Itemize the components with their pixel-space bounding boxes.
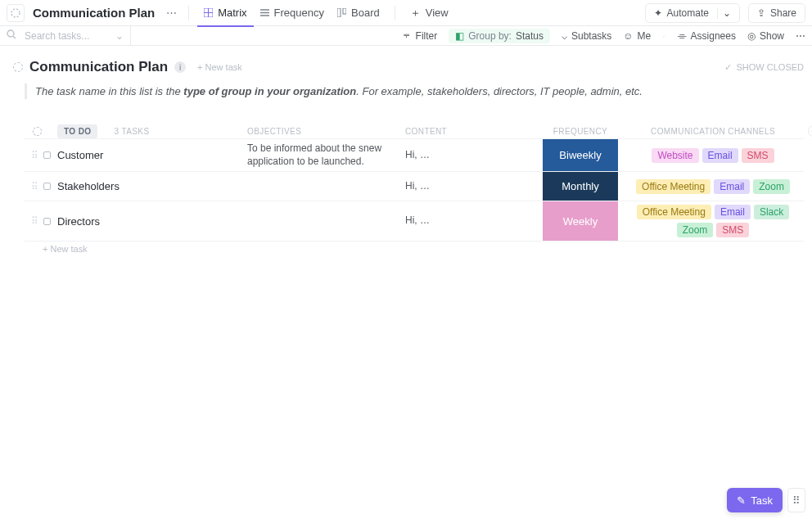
group-collapse-icon[interactable] (33, 127, 42, 136)
status-chip[interactable]: TO DO (57, 124, 97, 138)
status-checkbox[interactable] (43, 183, 51, 190)
share-button[interactable]: ⇪ Share (748, 3, 805, 23)
view-tab-label: Frequency (274, 7, 324, 19)
sparkle-icon: ✦ (654, 7, 662, 19)
channels-cell[interactable]: Office MeetingEmailZoom (618, 172, 808, 201)
plus-icon: ＋ (410, 6, 421, 20)
view-tab-matrix[interactable]: Matrix (197, 0, 253, 26)
desc-pre: The task name in this list is the (35, 85, 183, 97)
collapse-toggle-icon[interactable] (13, 62, 23, 72)
show-button[interactable]: ◎ Show (747, 30, 784, 42)
create-task-fab[interactable]: ✎ Task (727, 488, 783, 512)
new-task-row[interactable]: + New task (13, 241, 804, 256)
column-header-content[interactable]: CONTENT (405, 127, 543, 136)
separator (395, 6, 395, 20)
automate-button[interactable]: ✦ Automate ⌄ (645, 3, 740, 23)
subtasks-label: Subtasks (571, 30, 611, 42)
drag-handle-icon[interactable]: ⠿ (31, 181, 38, 192)
column-header-channels[interactable]: COMMUNICATION CHANNELS (618, 127, 808, 136)
filter-label: Filter (416, 30, 438, 42)
channel-tag[interactable]: Zoom (753, 179, 790, 194)
view-tab-frequency[interactable]: Frequency (254, 0, 331, 26)
view-icon (337, 8, 346, 17)
channel-tag[interactable]: Slack (754, 205, 789, 219)
grid-icon: ⠿ (792, 494, 801, 507)
channel-tag[interactable]: Email (714, 179, 750, 194)
show-label: Show (760, 30, 784, 42)
new-task-link[interactable]: + New task (197, 62, 242, 72)
group-by-label: Group by: (468, 30, 512, 42)
group-icon: ◧ (455, 30, 464, 42)
desc-bold: type of group in your organization (183, 85, 356, 97)
view-icon (204, 8, 213, 17)
content-cell[interactable]: Hi , … (405, 139, 543, 171)
frequency-cell[interactable]: Biweekly (543, 139, 618, 171)
dashed-circle-icon (11, 8, 20, 18)
status-checkbox[interactable] (43, 151, 51, 159)
svg-rect-7 (337, 8, 341, 17)
add-view-button[interactable]: ＋ View (404, 0, 455, 26)
content-cell[interactable]: Hi , … (405, 172, 543, 201)
title-more-button[interactable]: ⋯ (163, 7, 180, 19)
objectives-cell[interactable]: To be informed about the snew applicatio… (247, 139, 405, 171)
page-title: Communication Plan (33, 6, 155, 20)
info-icon[interactable]: i (174, 61, 186, 73)
group-by-button[interactable]: ◧ Group by: Status (449, 29, 550, 43)
svg-line-10 (13, 36, 16, 38)
status-checkbox[interactable] (43, 218, 51, 225)
view-icon (260, 8, 269, 17)
automate-label: Automate (667, 7, 709, 19)
task-name[interactable]: Directors (57, 201, 247, 241)
list-settings-button[interactable] (7, 4, 25, 22)
chevron-down-icon[interactable]: ⌄ (717, 7, 736, 19)
assignees-label: Assignees (691, 30, 736, 42)
channels-cell[interactable]: WebsiteEmailSMS (618, 139, 808, 171)
view-tab-label: Board (351, 7, 380, 19)
table-row[interactable]: ⠿StakeholdersHi , …MonthlyOffice Meeting… (25, 171, 804, 201)
filter-button[interactable]: ⫧ Filter (402, 30, 438, 42)
desc-post: . For example, stakeholders, directors, … (356, 85, 643, 97)
table-row[interactable]: ⠿DirectorsHi , …WeeklyOffice MeetingEmai… (25, 201, 804, 241)
channel-tag[interactable]: Office Meeting (636, 179, 710, 194)
more-button[interactable]: ⋯ (796, 30, 805, 42)
objectives-cell[interactable] (247, 172, 405, 201)
add-column-button[interactable]: ＋ (808, 125, 812, 137)
assignees-button[interactable]: ⌯ Assignees (677, 30, 736, 42)
column-header-objectives[interactable]: OBJECTIVES (247, 127, 405, 136)
group-by-value: Status (516, 30, 544, 42)
objectives-cell[interactable] (247, 201, 405, 241)
subtasks-icon: ⌵ (562, 30, 567, 42)
me-button[interactable]: ☺ Me (623, 30, 651, 42)
drag-handle-icon[interactable]: ⠿ (31, 215, 38, 227)
channel-tag[interactable]: Email (715, 205, 751, 219)
task-name[interactable]: Customer (57, 139, 247, 171)
list-description: The task name in this list is the type o… (25, 83, 804, 99)
svg-point-9 (7, 30, 14, 37)
column-header-frequency[interactable]: FREQUENCY (543, 127, 618, 136)
check-icon: ✓ (724, 62, 732, 73)
share-label: Share (770, 7, 796, 19)
channel-tag[interactable]: Zoom (677, 223, 714, 237)
show-closed-toggle[interactable]: ✓ SHOW CLOSED (724, 62, 804, 73)
task-name[interactable]: Stakeholders (57, 172, 247, 201)
content-cell[interactable]: Hi , … (405, 201, 543, 241)
people-icon: ⌯ (677, 30, 687, 42)
frequency-cell[interactable]: Weekly (543, 201, 618, 241)
list-title: Communication Plan (29, 59, 168, 75)
channel-tag[interactable]: Website (652, 148, 698, 163)
fab-task-label: Task (751, 494, 773, 507)
search-input[interactable] (23, 29, 113, 43)
channel-tag[interactable]: SMS (742, 148, 774, 163)
channel-tag[interactable]: Email (702, 148, 738, 163)
apps-fab[interactable]: ⠿ (787, 488, 805, 512)
channel-tag[interactable]: Office Meeting (637, 205, 711, 219)
channel-tag[interactable]: SMS (716, 223, 749, 237)
view-tab-board[interactable]: Board (331, 0, 386, 26)
channels-cell[interactable]: Office MeetingEmailSlackZoomSMS (618, 201, 808, 241)
filter-icon: ⫧ (402, 30, 412, 42)
table-row[interactable]: ⠿CustomerTo be informed about the snew a… (25, 138, 804, 171)
subtasks-button[interactable]: ⌵ Subtasks (562, 30, 611, 42)
frequency-cell[interactable]: Monthly (543, 172, 618, 201)
drag-handle-icon[interactable]: ⠿ (31, 150, 38, 161)
chevron-down-icon[interactable]: ⌄ (115, 30, 124, 42)
